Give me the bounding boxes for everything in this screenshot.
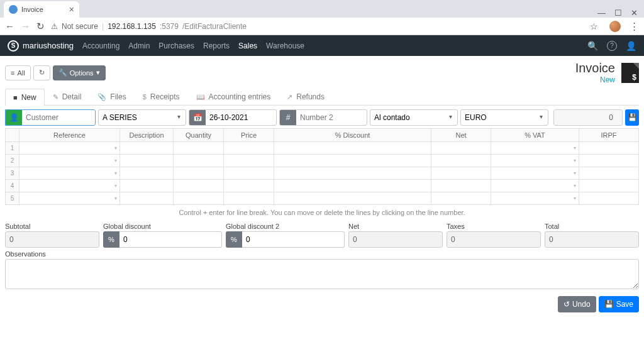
cell-price[interactable] xyxy=(224,167,274,180)
options-button[interactable]: 🔧 Options ▾ xyxy=(53,65,106,80)
profile-avatar[interactable] xyxy=(609,21,621,32)
cell-price[interactable] xyxy=(224,192,274,205)
tab-receipts-label: Receipts xyxy=(150,92,180,101)
cell-description[interactable] xyxy=(120,142,174,155)
user-icon[interactable]: 👤 xyxy=(626,41,636,51)
cell-price[interactable] xyxy=(224,155,274,167)
refresh-button[interactable]: ↻ xyxy=(33,65,50,80)
cell-net[interactable] xyxy=(431,180,491,192)
table-row: 2 xyxy=(6,155,639,167)
save-button[interactable]: 💾 Save xyxy=(599,296,639,312)
cell-reference[interactable] xyxy=(19,142,120,155)
cell-irpf[interactable] xyxy=(579,155,639,167)
back-icon[interactable]: ← xyxy=(5,21,14,31)
cell-reference[interactable] xyxy=(19,192,120,205)
cell-description[interactable] xyxy=(120,167,174,180)
all-label: All xyxy=(17,69,25,77)
quick-save-button[interactable]: 💾 xyxy=(625,109,639,126)
gd2-input[interactable] xyxy=(242,231,345,248)
cell-quantity[interactable] xyxy=(174,167,224,180)
row-number[interactable]: 1 xyxy=(6,142,19,155)
payment-select[interactable]: Al contado xyxy=(370,110,457,125)
search-icon[interactable]: 🔍 xyxy=(587,41,598,51)
tab-new[interactable]: ■New xyxy=(5,89,45,106)
cell-reference[interactable] xyxy=(19,167,120,180)
number-input[interactable] xyxy=(296,110,367,125)
help-icon[interactable]: ? xyxy=(607,41,617,51)
nav-admin[interactable]: Admin xyxy=(128,41,150,50)
minimize-icon[interactable]: — xyxy=(597,8,606,18)
observations-textarea[interactable] xyxy=(5,259,639,289)
all-button[interactable]: ≡ All xyxy=(5,65,31,80)
tab-receipts[interactable]: $Receipts xyxy=(135,88,188,105)
series-select[interactable]: A SERIES xyxy=(99,110,186,125)
total-value: 0 xyxy=(545,231,639,248)
percent-icon[interactable]: % xyxy=(103,231,119,248)
cell-net[interactable] xyxy=(431,155,491,167)
cell-discount[interactable] xyxy=(274,180,431,192)
nav-sales[interactable]: Sales xyxy=(238,41,257,50)
currency-select[interactable]: EURO xyxy=(461,110,548,125)
brand-logo[interactable]: mariushosting xyxy=(8,40,74,52)
tab-accounting-entries[interactable]: 📖Accounting entries xyxy=(188,88,279,105)
row-number[interactable]: 4 xyxy=(6,180,19,192)
tab-files[interactable]: 📎Files xyxy=(89,88,134,105)
customer-addon[interactable]: 👤 xyxy=(6,109,22,126)
close-icon[interactable]: × xyxy=(69,4,74,14)
cell-irpf[interactable] xyxy=(579,142,639,155)
reload-icon[interactable]: ↻ xyxy=(36,21,45,32)
nav-accounting[interactable]: Accounting xyxy=(82,41,119,50)
close-window-icon[interactable]: ✕ xyxy=(631,8,638,18)
cell-quantity[interactable] xyxy=(174,180,224,192)
undo-button[interactable]: ↺ Undo xyxy=(558,296,596,312)
gd1-input[interactable] xyxy=(119,231,222,248)
tab-detail[interactable]: ✎Detail xyxy=(45,88,90,105)
cell-discount[interactable] xyxy=(274,155,431,167)
percent-icon[interactable]: % xyxy=(226,231,242,248)
cell-discount[interactable] xyxy=(274,142,431,155)
row-number[interactable]: 5 xyxy=(6,192,19,205)
cell-quantity[interactable] xyxy=(174,142,224,155)
browser-menu-icon[interactable]: ⋮ xyxy=(630,21,639,32)
cell-irpf[interactable] xyxy=(579,167,639,180)
nav-purchases[interactable]: Purchases xyxy=(158,41,194,50)
table-header-row: Reference Description Quantity Price % D… xyxy=(6,129,639,142)
cell-vat[interactable] xyxy=(491,180,579,192)
cell-irpf[interactable] xyxy=(579,180,639,192)
cell-reference[interactable] xyxy=(19,180,120,192)
cell-quantity[interactable] xyxy=(174,192,224,205)
date-input[interactable] xyxy=(206,110,276,125)
page-status: New xyxy=(575,75,615,84)
window-controls: — ☐ ✕ xyxy=(591,8,644,18)
url-field[interactable]: ⚠ Not secure | 192.168.1.135:5379/EditFa… xyxy=(51,22,584,31)
cell-vat[interactable] xyxy=(491,142,579,155)
cell-net[interactable] xyxy=(431,192,491,205)
cell-description[interactable] xyxy=(120,155,174,167)
cell-net[interactable] xyxy=(431,167,491,180)
cell-vat[interactable] xyxy=(491,192,579,205)
customer-input[interactable] xyxy=(22,110,95,125)
cell-vat[interactable] xyxy=(491,155,579,167)
nav-warehouse[interactable]: Warehouse xyxy=(266,41,304,50)
tab-refunds[interactable]: ↗Refunds xyxy=(279,88,333,105)
cell-description[interactable] xyxy=(120,180,174,192)
date-addon[interactable]: 📅 xyxy=(189,109,206,126)
browser-tab[interactable]: Invoice × xyxy=(4,1,79,18)
not-secure-label: Not secure xyxy=(62,22,98,31)
nav-reports[interactable]: Reports xyxy=(203,41,230,50)
cell-description[interactable] xyxy=(120,192,174,205)
cell-vat[interactable] xyxy=(491,167,579,180)
row-number[interactable]: 2 xyxy=(6,155,19,167)
row-number[interactable]: 3 xyxy=(6,167,19,180)
tab-new-label: New xyxy=(21,93,36,102)
cell-price[interactable] xyxy=(224,180,274,192)
cell-irpf[interactable] xyxy=(579,192,639,205)
cell-net[interactable] xyxy=(431,142,491,155)
cell-discount[interactable] xyxy=(274,167,431,180)
cell-price[interactable] xyxy=(224,142,274,155)
bookmark-icon[interactable]: ☆ xyxy=(590,21,598,31)
cell-quantity[interactable] xyxy=(174,155,224,167)
cell-discount[interactable] xyxy=(274,192,431,205)
maximize-icon[interactable]: ☐ xyxy=(614,8,622,18)
cell-reference[interactable] xyxy=(19,155,120,167)
